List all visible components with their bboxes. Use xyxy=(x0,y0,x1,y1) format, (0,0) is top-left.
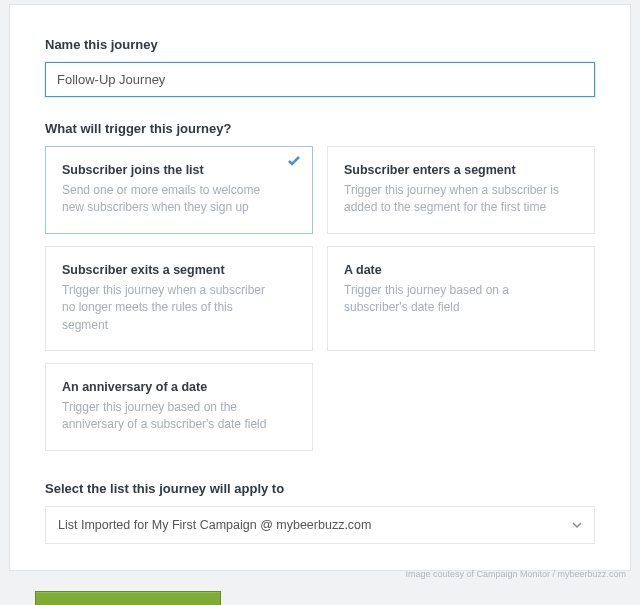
trigger-options-grid: Subscriber joins the list Send one or mo… xyxy=(45,146,595,451)
trigger-desc: Send one or more emails to welcome new s… xyxy=(62,182,280,217)
trigger-label: What will trigger this journey? xyxy=(45,121,595,136)
image-credit: Image coutesy of Campaign Monitor / mybe… xyxy=(405,569,626,579)
trigger-title: Subscriber joins the list xyxy=(62,163,280,177)
trigger-option-anniversary-date[interactable]: An anniversary of a date Trigger this jo… xyxy=(45,363,313,451)
list-select[interactable]: List Imported for My First Campaign @ my… xyxy=(45,506,595,544)
check-icon xyxy=(288,155,300,167)
journey-name-input[interactable] xyxy=(45,62,595,97)
trigger-desc: Trigger this journey when a subscriber n… xyxy=(62,282,280,334)
trigger-title: Subscriber enters a segment xyxy=(344,163,562,177)
name-label: Name this journey xyxy=(45,37,595,52)
trigger-desc: Trigger this journey when a subscriber i… xyxy=(344,182,562,217)
trigger-option-exits-segment[interactable]: Subscriber exits a segment Trigger this … xyxy=(45,246,313,351)
list-select-wrap: List Imported for My First Campaign @ my… xyxy=(45,506,595,544)
trigger-title: An anniversary of a date xyxy=(62,380,280,394)
trigger-title: Subscriber exits a segment xyxy=(62,263,280,277)
trigger-desc: Trigger this journey based on the annive… xyxy=(62,399,280,434)
trigger-desc: Trigger this journey based on a subscrib… xyxy=(344,282,562,317)
trigger-option-a-date[interactable]: A date Trigger this journey based on a s… xyxy=(327,246,595,351)
trigger-title: A date xyxy=(344,263,562,277)
trigger-option-enters-segment[interactable]: Subscriber enters a segment Trigger this… xyxy=(327,146,595,234)
build-journey-button[interactable]: Build your journey xyxy=(35,591,221,605)
trigger-option-joins-list[interactable]: Subscriber joins the list Send one or mo… xyxy=(45,146,313,234)
journey-setup-panel: Name this journey What will trigger this… xyxy=(9,4,631,571)
list-label: Select the list this journey will apply … xyxy=(45,481,595,496)
